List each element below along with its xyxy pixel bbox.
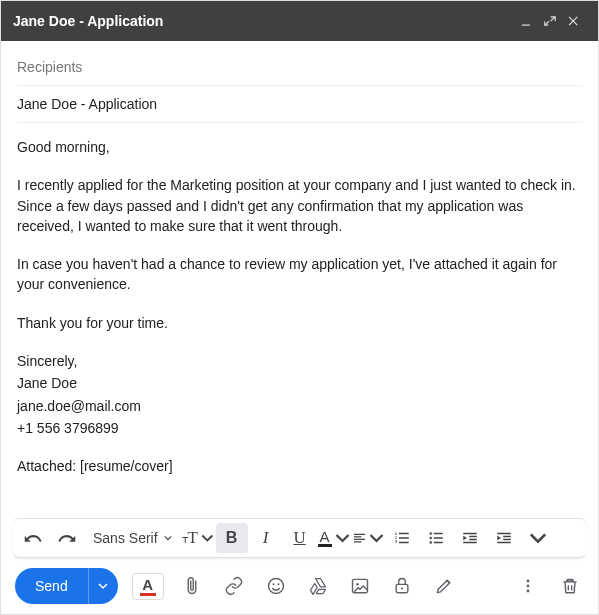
body-signoff: Sincerely,	[17, 351, 582, 371]
text-format-icon: A	[142, 577, 153, 592]
svg-point-0	[429, 532, 431, 534]
numbered-list-button[interactable]	[386, 523, 418, 553]
align-button[interactable]	[352, 523, 384, 553]
recipients-field[interactable]: Recipients	[17, 49, 582, 86]
chevron-down-icon	[335, 529, 350, 547]
lock-clock-icon	[392, 576, 412, 596]
body-name: Jane Doe	[17, 373, 582, 393]
discard-draft-button[interactable]	[556, 572, 584, 600]
numbered-list-icon	[393, 529, 411, 547]
svg-point-11	[527, 585, 530, 588]
message-body[interactable]: Good morning, I recently applied for the…	[1, 123, 598, 518]
chevron-down-icon	[369, 529, 384, 547]
chevron-down-icon	[201, 529, 214, 547]
text-color-button[interactable]: A	[318, 523, 350, 553]
emoji-icon	[266, 576, 286, 596]
body-paragraph-2: In case you haven't had a chance to revi…	[17, 254, 582, 295]
subject-field[interactable]: Jane Doe - Application	[17, 86, 582, 123]
send-toolbar: Send A	[1, 558, 598, 614]
fullscreen-button[interactable]	[538, 9, 562, 33]
attach-file-button[interactable]	[178, 572, 206, 600]
image-icon	[350, 576, 370, 596]
text-color-icon: A	[318, 529, 332, 547]
font-family-select[interactable]: Sans Serif	[85, 530, 180, 546]
link-icon	[224, 576, 244, 596]
svg-point-7	[356, 583, 359, 586]
svg-point-10	[527, 580, 530, 583]
svg-point-5	[277, 583, 279, 585]
insert-signature-button[interactable]	[430, 572, 458, 600]
font-size-button[interactable]: ᴛT	[182, 523, 214, 553]
chevron-down-icon	[98, 581, 108, 591]
drive-icon	[308, 576, 328, 596]
svg-point-2	[429, 541, 431, 543]
svg-point-12	[527, 590, 530, 593]
svg-point-9	[401, 587, 403, 589]
svg-point-4	[272, 583, 274, 585]
more-vert-icon	[518, 576, 538, 596]
window-title: Jane Doe - Application	[13, 13, 514, 29]
indent-less-icon	[461, 529, 479, 547]
bulleted-list-icon	[427, 529, 445, 547]
insert-drive-button[interactable]	[304, 572, 332, 600]
minimize-button[interactable]	[514, 9, 538, 33]
pen-icon	[434, 576, 454, 596]
format-toolbar: Sans Serif ᴛT B I U A	[13, 518, 586, 558]
bold-icon: B	[226, 529, 238, 547]
send-group: Send	[15, 568, 118, 604]
header-fields: Recipients Jane Doe - Application	[1, 41, 598, 123]
send-button[interactable]: Send	[15, 568, 88, 604]
bold-button[interactable]: B	[216, 523, 248, 553]
more-options-button[interactable]	[514, 572, 542, 600]
svg-point-1	[429, 537, 431, 539]
body-attached: Attached: [resume/cover]	[17, 456, 582, 476]
underline-button[interactable]: U	[284, 523, 316, 553]
close-button[interactable]	[562, 9, 586, 33]
confidential-mode-button[interactable]	[388, 572, 416, 600]
paperclip-icon	[182, 576, 202, 596]
italic-icon: I	[263, 528, 269, 548]
more-formatting-button[interactable]	[522, 523, 554, 553]
svg-point-3	[268, 579, 283, 594]
body-greeting: Good morning,	[17, 137, 582, 157]
trash-icon	[560, 576, 580, 596]
insert-link-button[interactable]	[220, 572, 248, 600]
body-paragraph-3: Thank you for your time.	[17, 313, 582, 333]
bulleted-list-button[interactable]	[420, 523, 452, 553]
italic-button[interactable]: I	[250, 523, 282, 553]
indent-more-icon	[495, 529, 513, 547]
font-family-label: Sans Serif	[93, 530, 158, 546]
chevron-down-icon	[529, 529, 547, 547]
undo-button[interactable]	[17, 523, 49, 553]
titlebar: Jane Doe - Application	[1, 1, 598, 41]
body-phone: +1 556 3796899	[17, 418, 582, 438]
font-size-icon: ᴛT	[182, 528, 198, 548]
insert-emoji-button[interactable]	[262, 572, 290, 600]
underline-icon: U	[293, 528, 305, 548]
chevron-down-icon	[164, 534, 172, 542]
compose-window: Jane Doe - Application Recipients Jane D…	[0, 0, 599, 615]
align-left-icon	[352, 529, 367, 547]
insert-photo-button[interactable]	[346, 572, 374, 600]
redo-button[interactable]	[51, 523, 83, 553]
formatting-options-button[interactable]: A	[132, 573, 164, 600]
body-paragraph-1: I recently applied for the Marketing pos…	[17, 175, 582, 236]
indent-less-button[interactable]	[454, 523, 486, 553]
body-email: jane.doe@mail.com	[17, 396, 582, 416]
indent-more-button[interactable]	[488, 523, 520, 553]
send-options-button[interactable]	[88, 568, 118, 604]
